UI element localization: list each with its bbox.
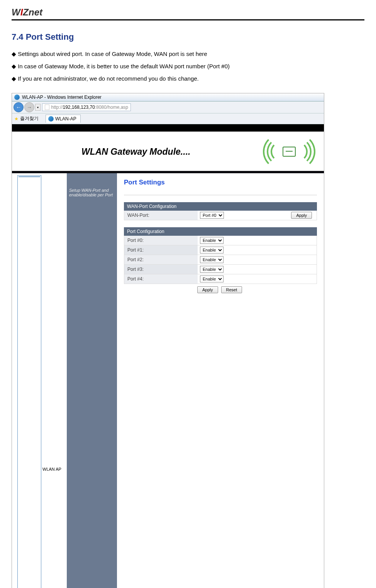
- main-column: Port Settings WAN-Port Configuration WAN…: [117, 173, 324, 588]
- port4-select[interactable]: Enable: [200, 275, 224, 282]
- top-divider: [12, 19, 364, 20]
- url-rest: :8080/home,asp: [95, 105, 128, 110]
- ie-icon: [48, 116, 54, 122]
- port1-label: Port #1:: [124, 245, 198, 255]
- wan-port-row: WAN-Port: Port #0 Apply: [124, 211, 317, 220]
- tree-label: WLAN AP: [42, 467, 61, 471]
- window-titlebar: WLAN-AP - Windows Internet Explorer: [12, 93, 324, 101]
- help-text: Setup WAN-Port and enable/disable per Po…: [69, 188, 115, 197]
- port0-label: Port #0:: [124, 236, 198, 245]
- wan-apply-button[interactable]: Apply: [291, 212, 312, 219]
- ie-icon: [14, 95, 20, 100]
- wan-port-select[interactable]: Port #0: [200, 212, 224, 219]
- port1-row: Port #1: Enable: [124, 245, 317, 255]
- banner-title: WLAN Gateway Module....: [81, 147, 190, 157]
- favorites-label[interactable]: 즐겨찾기: [20, 115, 39, 122]
- port0-select[interactable]: Enable: [200, 237, 224, 244]
- nav-dropdown[interactable]: ▾: [35, 104, 41, 111]
- window-title: WLAN-AP - Windows Internet Explorer: [22, 95, 102, 100]
- port0-row: Port #0: Enable: [124, 236, 317, 245]
- page-icon: [45, 105, 49, 110]
- heading-divider: [124, 195, 317, 195]
- nav-tree: WLAN AP Operation Mode ⊞Internet Setting…: [12, 173, 67, 588]
- page-heading: Port Settings: [124, 179, 317, 186]
- page-banner: WLAN Gateway Module....: [12, 132, 324, 173]
- black-strip: [12, 124, 324, 132]
- browser-toolbar: ← → ▾ http://192,168,123,70:8080/home,as…: [12, 101, 324, 113]
- forward-button[interactable]: →: [24, 102, 34, 112]
- ie-screenshot: WLAN-AP - Windows Internet Explorer ← → …: [12, 93, 324, 588]
- wan-port-label: WAN-Port:: [124, 211, 198, 220]
- logo: WIZnet: [12, 7, 364, 18]
- port1-select[interactable]: Enable: [200, 247, 224, 253]
- browser-tab[interactable]: WLAN-AP: [46, 115, 81, 123]
- port2-row: Port #2: Enable: [124, 255, 317, 265]
- back-button[interactable]: ←: [14, 102, 24, 112]
- port2-select[interactable]: Enable: [200, 256, 224, 263]
- app-body: WLAN AP Operation Mode ⊞Internet Setting…: [12, 173, 324, 588]
- bullet-item: In case of Gateway Mode, it is better to…: [12, 63, 364, 70]
- logo-w: W: [12, 7, 20, 17]
- url-host: 192,168,123,70: [63, 105, 95, 110]
- wifi-logo-icon: [262, 140, 316, 163]
- page-icon: [17, 175, 41, 588]
- favorites-bar: ★ 즐겨찾기 WLAN-AP: [12, 113, 324, 124]
- port4-label: Port #4:: [124, 274, 198, 284]
- port3-row: Port #3: Enable: [124, 265, 317, 274]
- section-title: 7.4 Port Setting: [12, 32, 364, 42]
- bullet-item: If you are not administrator, we do not …: [12, 75, 364, 82]
- help-column: Setup WAN-Port and enable/disable per Po…: [67, 173, 117, 588]
- url-prefix: http://: [51, 105, 63, 110]
- reset-button[interactable]: Reset: [221, 286, 242, 293]
- button-row: Apply Reset: [124, 284, 317, 293]
- port2-label: Port #2:: [124, 255, 198, 264]
- logo-znet: Znet: [23, 7, 42, 17]
- bullet-list: Settings about wired port. In case of Ga…: [12, 51, 364, 82]
- port4-row: Port #4: Enable: [124, 274, 317, 284]
- tab-label: WLAN-AP: [55, 116, 76, 122]
- port3-select[interactable]: Enable: [200, 266, 224, 273]
- address-bar[interactable]: http://192,168,123,70:8080/home,asp: [42, 103, 131, 111]
- section-wan-header: WAN-Port Configuration: [124, 202, 317, 211]
- bullet-item: Settings about wired port. In case of Ga…: [12, 51, 364, 57]
- section-port-header: Port Configuration: [124, 227, 317, 236]
- port3-label: Port #3:: [124, 265, 198, 274]
- apply-button[interactable]: Apply: [197, 286, 218, 293]
- star-icon[interactable]: ★: [14, 116, 19, 122]
- tree-root[interactable]: WLAN AP: [13, 175, 66, 588]
